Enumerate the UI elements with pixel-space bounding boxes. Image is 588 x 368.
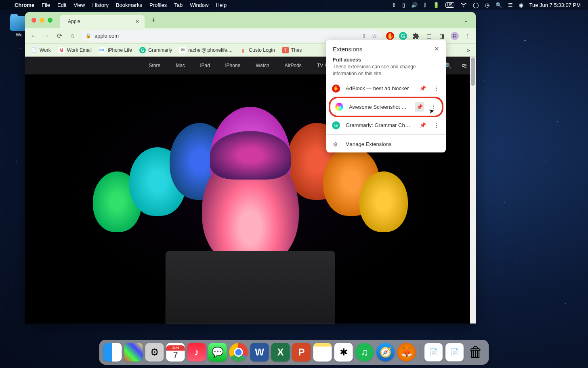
apple-bag-icon[interactable]: 🛍 [462,62,468,69]
nav-store[interactable]: Store [149,63,160,68]
extension-row-awesome-screenshot[interactable]: ◎ Awesome Screenshot and Sc... 📌 ⋮ [329,97,443,117]
dock-notes[interactable] [313,343,332,362]
siri-icon[interactable]: ◉ [519,2,523,8]
bookmark-gusto[interactable]: gGusto Login [240,47,275,53]
manage-extensions-row[interactable]: ⚙ Manage Extensions [326,136,446,152]
volume-icon[interactable]: 🔊 [411,2,418,8]
macbook-graphic [166,251,335,324]
wifi-icon[interactable] [460,3,467,8]
dock-file-1[interactable]: 📄 [424,343,443,362]
dock-launchpad[interactable] [124,343,143,362]
clock-icon[interactable]: ◷ [485,2,489,8]
extensions-popup: Extensions ✕ Full access These extension… [326,40,446,152]
popup-close-button[interactable]: ✕ [434,45,439,53]
device-icon[interactable]: ▯ [402,2,405,8]
grammarly-icon: G [332,121,340,129]
divider [326,134,446,135]
dock-trash[interactable]: 🗑 [466,343,485,362]
bookmark-work[interactable]: 📄Work [31,47,51,53]
bookmark-work-email[interactable]: MWork Email [58,47,92,53]
dock-word[interactable]: W [250,343,269,362]
window-maximize-button[interactable] [48,18,52,23]
nav-watch[interactable]: Watch [256,63,269,68]
bookmark-thes[interactable]: TThes [282,47,302,53]
window-controls [28,18,56,23]
dock-chrome[interactable] [229,343,248,362]
dock-system-preferences[interactable]: ⚙ [145,343,164,362]
control-center-icon[interactable]: ☰ [508,2,513,8]
svg-point-0 [463,6,464,7]
extension-adblock-icon[interactable]: ✋ [386,32,394,40]
cast-icon[interactable]: ▢ [425,32,433,40]
scrollbar-thumb[interactable] [471,57,475,86]
dock-messages[interactable]: 💬 [208,343,227,362]
menu-help[interactable]: Help [216,2,227,8]
browser-tab[interactable]: Apple ✕ [60,15,145,28]
tab-close-button[interactable]: ✕ [135,18,140,25]
extension-row-grammarly[interactable]: G Grammarly: Grammar Check... 📌 ⋮ [326,118,446,133]
nav-airpods[interactable]: AirPods [285,63,302,68]
nav-iphone[interactable]: iPhone [225,63,240,68]
back-button[interactable]: ← [29,32,38,40]
chrome-menu-button[interactable]: ⋮ [464,32,472,40]
bookmark-iphone-life[interactable]: iPLiPhone Life [99,47,132,53]
menu-bookmarks[interactable]: Bookmarks [116,2,142,8]
bookmark-grammarly[interactable]: GGrammarly [139,47,172,53]
menu-tab[interactable]: Tab [174,2,183,8]
extensions-menu-button[interactable] [412,32,420,40]
sidepanel-icon[interactable]: ◨ [438,32,446,40]
extension-menu-button[interactable]: ⋮ [433,122,440,129]
scrollbar-track[interactable] [470,57,476,324]
dock-spotify[interactable]: ♫ [355,343,374,362]
dock-firefox[interactable]: 🦊 [397,343,416,362]
bluetooth-icon[interactable]: ᛒ [424,2,427,8]
menu-history[interactable]: History [92,2,108,8]
extension-row-adblock[interactable]: ✋ AdBlock — best ad blocker 📌 ⋮ [326,81,446,96]
menu-window[interactable]: Window [190,2,208,8]
share-icon[interactable]: ⇧ [361,33,366,39]
gear-icon: ⚙ [333,141,338,148]
battery-icon[interactable]: 🔋 [433,2,439,8]
dock-file-2[interactable]: 📄 [445,343,464,362]
dock-music[interactable]: ♪ [187,343,206,362]
menubar-app-name[interactable]: Chrome [15,2,34,8]
menu-profiles[interactable]: Profiles [149,2,167,8]
url-text: apple.com [94,33,119,39]
bookmark-rachel-email[interactable]: ✉rachel@iphonelife.... [179,47,233,53]
dock-powerpoint[interactable]: P [292,343,311,362]
manage-extensions-label: Manage Extensions [345,141,391,147]
extension-grammarly-icon[interactable]: G [399,32,407,40]
dock: ⚙ JUN 7 ♪ 💬 W X P ✱ ♫ 🧭 🦊 📄 📄 🗑 [99,340,489,365]
keyboard-layout-icon[interactable]: US [445,2,454,8]
profile-avatar[interactable]: R [451,32,459,40]
menu-edit[interactable]: Edit [57,2,66,8]
dock-calendar[interactable]: JUN 7 [166,343,185,362]
menu-view[interactable]: View [74,2,85,8]
dropbox-icon[interactable]: ⇪ [392,2,396,8]
menubar-datetime[interactable]: Tue Jun 7 5:33:07 PM [529,2,581,8]
window-minimize-button[interactable] [40,18,44,23]
dock-excel[interactable]: X [271,343,290,362]
dock-slack[interactable]: ✱ [334,343,353,362]
spotlight-icon[interactable]: 🔍 [496,2,502,8]
pin-button[interactable]: 📌 [418,85,427,91]
new-tab-button[interactable]: + [148,16,159,25]
dock-finder[interactable] [103,343,122,362]
user-icon[interactable]: ◯ [473,2,479,8]
site-lock-icon[interactable]: 🔒 [86,33,91,38]
pin-button[interactable]: 📌 [418,122,427,128]
mac-menubar: Chrome File Edit View History Bookmarks … [0,0,588,10]
home-button[interactable]: ⌂ [68,32,77,40]
menu-file[interactable]: File [42,2,50,8]
forward-button[interactable]: → [42,32,51,40]
bookmarks-overflow-button[interactable]: » [467,47,470,53]
pin-button[interactable]: 📌 [415,102,424,112]
dock-safari[interactable]: 🧭 [376,343,395,362]
window-close-button[interactable] [32,18,36,23]
reload-button[interactable]: ⟳ [55,32,64,40]
bookmark-star-icon[interactable]: ☆ [372,33,377,39]
tabs-dropdown-button[interactable]: ⌄ [460,17,472,23]
nav-mac[interactable]: Mac [176,63,185,68]
extension-menu-button[interactable]: ⋮ [433,85,440,92]
nav-ipad[interactable]: iPad [200,63,210,68]
